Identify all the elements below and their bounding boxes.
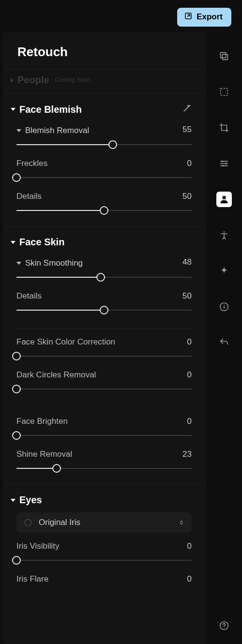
face-blemish-title: Face Blemish xyxy=(19,104,82,115)
svg-point-9 xyxy=(224,231,225,233)
slider-fb-details[interactable]: Details 50 xyxy=(16,192,192,216)
blemish-removal-subhead: Blemish Removal xyxy=(16,126,89,135)
compare-icon[interactable] xyxy=(216,48,232,64)
iris-visibility-value: 0 xyxy=(187,541,192,551)
eyes-header[interactable]: Eyes xyxy=(11,494,192,506)
blemish-removal-label: Blemish Removal xyxy=(25,126,89,135)
svg-point-8 xyxy=(222,196,226,199)
updown-caret-icon xyxy=(178,519,185,526)
crop-icon[interactable] xyxy=(216,120,232,135)
person-icon[interactable] xyxy=(216,192,232,207)
chevron-down-icon xyxy=(11,108,15,111)
svg-point-5 xyxy=(222,161,223,162)
chevron-down-icon xyxy=(16,262,21,265)
svg-point-1 xyxy=(25,519,31,525)
iris-flare-label: Iris Flare xyxy=(16,574,48,584)
slider-dark-circles[interactable]: Dark Circles Removal 0 xyxy=(16,370,192,394)
color-correction-value: 0 xyxy=(187,337,192,347)
iris-dropdown[interactable]: Original Iris xyxy=(16,512,192,533)
iris-dropdown-label: Original Iris xyxy=(39,518,172,527)
face-blemish-header[interactable]: Face Blemish xyxy=(11,104,192,115)
help-icon[interactable] xyxy=(216,618,232,633)
people-label: People xyxy=(17,75,49,86)
coming-soon-badge: Coming Soon xyxy=(55,76,91,83)
blemish-removal-value: 55 xyxy=(182,125,192,135)
dark-circles-value: 0 xyxy=(187,370,192,380)
slider-fs-details[interactable]: Details 50 xyxy=(16,291,192,315)
export-button[interactable]: Export xyxy=(177,8,231,27)
shine-removal-label: Shine Removal xyxy=(16,449,72,459)
skin-smoothing-subhead: Skin Smoothing xyxy=(16,258,83,268)
adjust-icon[interactable] xyxy=(216,156,232,171)
svg-point-12 xyxy=(224,628,224,628)
face-skin-header[interactable]: Face Skin xyxy=(11,237,192,248)
fb-details-value: 50 xyxy=(182,192,192,201)
dark-circles-label: Dark Circles Removal xyxy=(16,370,96,380)
slider-blemish-removal[interactable]: Blemish Removal 55 xyxy=(16,124,192,150)
skin-smoothing-value: 48 xyxy=(182,257,192,267)
svg-rect-4 xyxy=(221,89,228,96)
body-icon[interactable] xyxy=(216,227,232,243)
svg-point-7 xyxy=(223,165,224,166)
fs-details-label: Details xyxy=(16,291,42,301)
people-section-header[interactable]: People Coming Soon xyxy=(3,69,206,93)
section-face-skin: Face Skin Skin Smoothing 48 xyxy=(3,226,206,484)
retouch-panel: Retouch People Coming Soon Face Blemish xyxy=(3,32,206,644)
slider-iris-flare[interactable]: Iris Flare 0 xyxy=(16,574,192,584)
slider-freckles[interactable]: Freckles 0 xyxy=(16,159,192,183)
tool-rail xyxy=(206,29,242,644)
iris-visibility-label: Iris Visibility xyxy=(16,541,59,551)
svg-point-6 xyxy=(225,163,227,164)
chevron-down-icon xyxy=(11,499,15,502)
section-eyes: Eyes Original Iris xyxy=(3,484,206,595)
undo-icon[interactable] xyxy=(216,335,232,350)
sparkle-icon[interactable] xyxy=(216,263,232,279)
eyes-title: Eyes xyxy=(19,494,42,506)
svg-rect-2 xyxy=(221,53,226,58)
face-brighten-value: 0 xyxy=(187,417,192,426)
magic-wand-icon[interactable] xyxy=(182,104,192,115)
slider-color-correction[interactable]: Face Skin Color Correction 0 xyxy=(16,337,192,361)
skin-smoothing-label: Skin Smoothing xyxy=(25,258,83,268)
export-icon xyxy=(184,12,193,23)
chevron-right-icon xyxy=(11,78,14,83)
iris-flare-value: 0 xyxy=(187,574,192,584)
iris-original-icon xyxy=(23,518,33,527)
top-bar: Export xyxy=(0,0,242,29)
section-face-blemish: Face Blemish xyxy=(3,93,206,226)
slider-shine-removal[interactable]: Shine Removal 23 xyxy=(16,449,192,474)
panel-title: Retouch xyxy=(3,32,206,69)
face-brighten-label: Face Brighten xyxy=(16,417,68,426)
slider-skin-smoothing[interactable]: Skin Smoothing 48 xyxy=(16,256,192,283)
slider-iris-visibility[interactable]: Iris Visibility 0 xyxy=(16,541,192,566)
chevron-down-icon xyxy=(16,129,21,132)
fs-details-value: 50 xyxy=(182,291,192,301)
face-skin-title: Face Skin xyxy=(19,237,64,248)
chevron-down-icon xyxy=(11,241,15,244)
freckles-value: 0 xyxy=(187,159,192,168)
fb-details-label: Details xyxy=(16,192,42,201)
svg-rect-3 xyxy=(222,54,227,60)
slider-face-brighten[interactable]: Face Brighten 0 xyxy=(16,417,192,441)
shine-removal-value: 23 xyxy=(182,449,192,459)
selection-icon[interactable] xyxy=(216,84,232,100)
export-label: Export xyxy=(197,12,223,22)
color-correction-label: Face Skin Color Correction xyxy=(16,337,115,347)
info-icon[interactable] xyxy=(216,299,232,315)
divider xyxy=(16,328,192,329)
freckles-label: Freckles xyxy=(16,159,47,168)
